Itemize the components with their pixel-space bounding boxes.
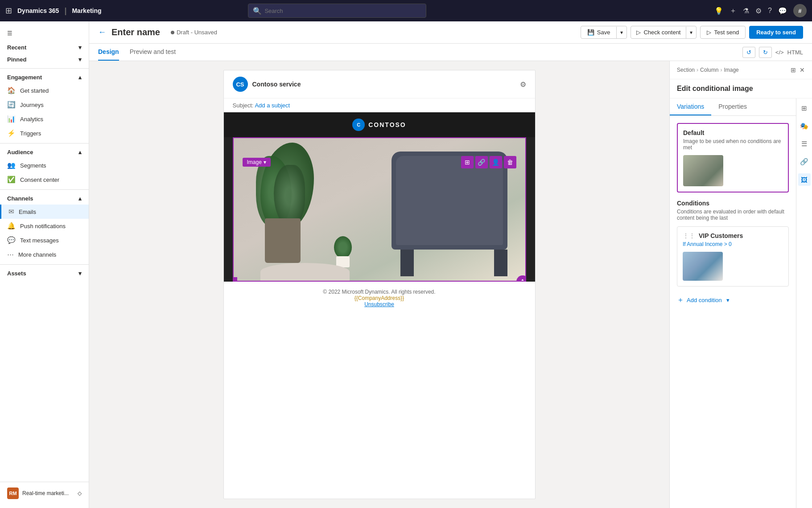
assets-chevron: ▾ <box>78 270 82 277</box>
sidebar-item-segments[interactable]: 👥 Segments <box>0 158 89 172</box>
sidebar-item-more-channels[interactable]: ⋯ More channels <box>0 247 89 262</box>
test-send-button[interactable]: ▷ Test send <box>700 26 746 39</box>
resize-handle-bl[interactable] <box>234 277 237 281</box>
side-image-icon[interactable]: 🖼 <box>798 173 811 186</box>
condition-drag-handle[interactable]: ⋮⋮ <box>683 232 695 239</box>
vip-condition-image-thumbnail[interactable] <box>683 252 723 281</box>
vip-condition-card: ⋮⋮ VIP Customers If Annual Income > <box>677 226 789 287</box>
pinned-header[interactable]: Pinned ▾ <box>0 53 89 66</box>
panel-close-icon[interactable]: ✕ <box>800 66 805 74</box>
email-footer: © 2022 Microsoft Dynamics. All rights re… <box>224 282 535 315</box>
conditions-title: Conditions <box>677 200 789 207</box>
html-icon: </> <box>775 49 784 56</box>
back-button[interactable]: ← <box>98 28 106 37</box>
sidebar-item-text-messages[interactable]: 💬 Text messages <box>0 233 89 247</box>
unsubscribe-link[interactable]: Unsubscribe <box>233 301 526 307</box>
push-icon: 🔔 <box>7 222 16 230</box>
side-add-icon[interactable]: ⊞ <box>798 102 811 115</box>
image-personalize-button[interactable]: 👤 <box>490 156 502 168</box>
image-link-button[interactable]: 🔗 <box>475 156 488 168</box>
add-subject-link[interactable]: Add a subject <box>255 102 290 109</box>
rule-field: Annual Income <box>687 241 722 247</box>
image-move-handle[interactable]: ✥ <box>516 275 525 281</box>
sidebar-label-more: More channels <box>18 251 56 258</box>
side-list-icon[interactable]: ☰ <box>798 138 811 150</box>
plus-icon[interactable]: ＋ <box>730 6 737 16</box>
module-name: Marketing <box>72 7 101 14</box>
vip-condition-name: VIP Customers <box>699 232 743 239</box>
image-delete-button[interactable]: 🗑 <box>504 156 516 168</box>
image-label-button[interactable]: Image ▾ <box>243 158 271 167</box>
analytics-icon: 📊 <box>7 115 16 123</box>
add-condition-chevron: ▾ <box>726 297 730 303</box>
tab-design[interactable]: Design <box>98 44 119 61</box>
undo-button[interactable]: ↺ <box>742 47 755 58</box>
email-settings-icon[interactable]: ⚙ <box>520 80 526 89</box>
tab-preview[interactable]: Preview and test <box>130 44 176 61</box>
check-dropdown-button[interactable]: ▾ <box>686 27 696 38</box>
panel-expand-icon[interactable]: ⊞ <box>791 66 796 74</box>
redo-button[interactable]: ↻ <box>759 47 772 58</box>
sender-info: CS Contoso service <box>233 77 301 92</box>
lightbulb-icon[interactable]: 💡 <box>714 7 723 15</box>
save-label-text: Save <box>597 29 610 36</box>
rm-initials: RM <box>9 491 16 496</box>
sidebar-item-emails[interactable]: ✉ Emails <box>0 205 89 219</box>
sidebar-item-get-started[interactable]: 🏠 Get started <box>0 83 89 98</box>
pinned-label: Pinned <box>7 56 26 63</box>
recent-header[interactable]: Recent ▾ <box>0 41 89 53</box>
sidebar-label-segments: Segments <box>20 162 46 169</box>
recent-chevron: ▾ <box>78 44 82 51</box>
condition-header: ⋮⋮ VIP Customers <box>683 232 783 239</box>
breadcrumb-column: Column <box>700 67 718 73</box>
sidebar-item-push[interactable]: 🔔 Push notifications <box>0 219 89 233</box>
channels-header[interactable]: Channels ▴ <box>0 193 89 205</box>
save-button[interactable]: 💾 Save <box>581 26 617 38</box>
panel-tab-variations[interactable]: Variations <box>670 98 711 115</box>
panel-title-area: Edit conditional image <box>670 79 812 98</box>
image-copy-button[interactable]: ⊞ <box>461 156 474 168</box>
check-content-button[interactable]: ▷ Check content <box>631 26 686 38</box>
filter-icon[interactable]: ⚗ <box>743 7 749 15</box>
hamburger-menu[interactable]: ☰ <box>0 27 89 40</box>
assets-header[interactable]: Assets ▾ <box>0 267 89 279</box>
nav-icons: 💡 ＋ ⚗ ⚙ ? 💬 # <box>714 4 807 17</box>
user-avatar[interactable]: # <box>793 4 807 17</box>
side-personalize-icon[interactable]: 🎭 <box>798 120 811 132</box>
journeys-icon: 🔄 <box>7 101 16 109</box>
app-grid-icon[interactable]: ⊞ <box>5 6 12 16</box>
get-started-icon: 🏠 <box>7 86 16 94</box>
canvas-wrapper: CS Contoso service ⚙ Subject: Add a subj… <box>89 61 669 508</box>
side-link-icon[interactable]: 🔗 <box>798 156 811 168</box>
ready-to-send-button[interactable]: Ready to send <box>749 26 803 39</box>
settings-icon[interactable]: ⚙ <box>755 7 762 15</box>
test-send-icon: ▷ <box>707 29 711 36</box>
search-icon: 🔍 <box>253 7 262 15</box>
default-image-thumbnail[interactable] <box>683 155 723 186</box>
engagement-chevron: ▴ <box>78 74 82 81</box>
engagement-header[interactable]: Engagement ▴ <box>0 71 89 83</box>
panel-tabs: Variations Properties <box>670 98 796 116</box>
chat-icon[interactable]: 💬 <box>778 7 787 15</box>
audience-header[interactable]: Audience ▴ <box>0 146 89 158</box>
divider-1 <box>0 68 89 69</box>
panel-tab-properties[interactable]: Properties <box>711 98 754 115</box>
audience-chevron: ▴ <box>78 149 82 156</box>
search-bar[interactable]: 🔍 <box>248 4 426 18</box>
divider-2 <box>0 143 89 143</box>
sidebar-item-consent-center[interactable]: ✅ Consent center <box>0 172 89 187</box>
sidebar-label-emails: Emails <box>19 209 36 215</box>
html-button[interactable]: </> HTML <box>775 49 803 56</box>
default-condition-card: Default Image to be used when no conditi… <box>677 123 789 193</box>
search-input[interactable] <box>264 8 421 14</box>
add-condition-button[interactable]: ＋ Add condition ▾ <box>677 292 789 308</box>
sidebar-item-analytics[interactable]: 📊 Analytics <box>0 112 89 126</box>
sidebar-item-triggers[interactable]: ⚡ Triggers <box>0 126 89 140</box>
add-icon: ＋ <box>677 295 684 305</box>
save-dropdown-button[interactable]: ▾ <box>616 27 627 38</box>
sidebar-item-journeys[interactable]: 🔄 Journeys <box>0 98 89 112</box>
email-preview: CS Contoso service ⚙ Subject: Add a subj… <box>223 70 536 499</box>
page-title: Enter name <box>111 27 160 37</box>
help-icon[interactable]: ? <box>768 7 772 15</box>
sidebar-bottom-user[interactable]: RM Real-time marketi... ◇ <box>0 482 89 504</box>
